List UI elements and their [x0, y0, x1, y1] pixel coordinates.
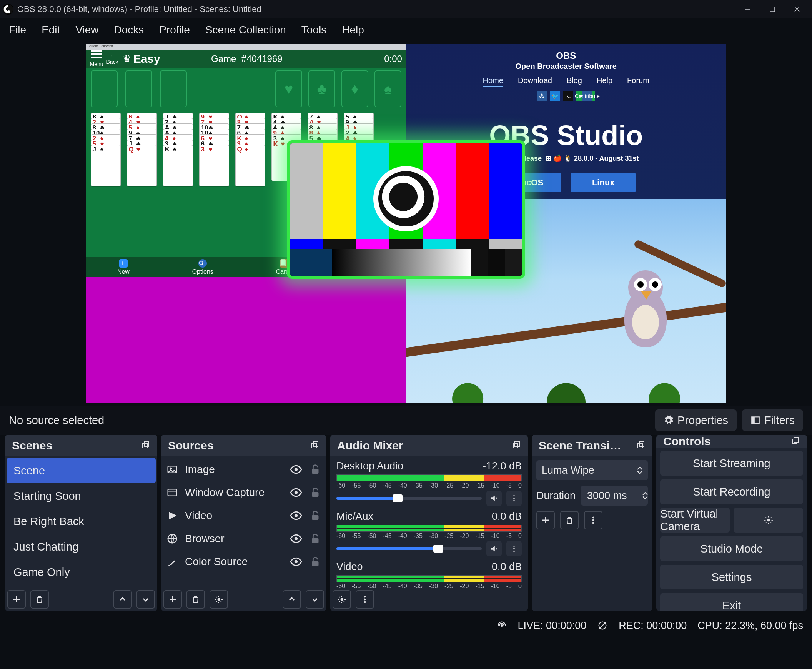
svg-point-34	[364, 601, 366, 603]
gear-icon	[664, 415, 674, 425]
docks: Scenes SceneStarting SoonBe Right BackJu…	[0, 435, 812, 615]
scene-item[interactable]: Game Only	[7, 560, 156, 585]
move-source-up-button[interactable]	[282, 590, 301, 608]
exit-button[interactable]: Exit	[660, 593, 803, 611]
scene-item[interactable]: Be Right Back	[7, 509, 156, 534]
duration-input[interactable]: 3000 ms	[581, 486, 648, 506]
scene-item[interactable]: Scene	[7, 458, 156, 483]
remove-source-button[interactable]	[187, 590, 205, 608]
source-label: Browser	[185, 533, 225, 545]
add-transition-button[interactable]	[536, 511, 555, 529]
window-maximize-button[interactable]	[760, 0, 785, 18]
svg-point-42	[767, 519, 770, 522]
transition-select[interactable]: Luma Wipe	[536, 460, 648, 480]
source-settings-button[interactable]	[210, 590, 228, 608]
popout-icon[interactable]	[512, 439, 521, 452]
app-window: OBS 28.0.0 (64-bit, windows) - Profile: …	[0, 0, 812, 669]
volume-slider[interactable]	[336, 497, 482, 500]
scenes-panel: Scenes SceneStarting SoonBe Right BackJu…	[5, 435, 157, 611]
visibility-toggle[interactable]	[289, 532, 303, 545]
lock-toggle[interactable]	[309, 486, 322, 499]
source-item[interactable]: Image	[163, 458, 325, 481]
lock-toggle[interactable]	[309, 463, 322, 476]
scene-item[interactable]: Starting Soon	[7, 483, 156, 509]
source-toolbar: No source selected Properties Filters	[0, 406, 812, 435]
remove-scene-button[interactable]	[30, 590, 49, 608]
menu-view[interactable]: View	[76, 24, 98, 36]
menu-docks[interactable]: Docks	[114, 24, 144, 36]
svg-rect-19	[312, 538, 319, 543]
source-item[interactable]: Browser	[163, 527, 325, 550]
svg-point-30	[513, 551, 515, 552]
svg-point-9	[170, 467, 172, 469]
svg-point-28	[513, 546, 515, 547]
visibility-toggle[interactable]	[289, 486, 303, 499]
channel-menu-button[interactable]	[506, 541, 522, 556]
visibility-toggle[interactable]	[289, 509, 303, 522]
filters-button[interactable]: Filters	[742, 410, 803, 431]
window-close-button[interactable]	[785, 0, 809, 18]
popout-icon[interactable]	[310, 439, 319, 452]
popout-icon[interactable]	[141, 439, 150, 452]
channel-db: 0.0 dB	[492, 561, 522, 573]
settings-button[interactable]: Settings	[660, 565, 803, 589]
window-title: OBS 28.0.0 (64-bit, windows) - Profile: …	[17, 4, 261, 14]
popout-icon[interactable]	[636, 439, 646, 452]
popout-icon[interactable]	[791, 435, 800, 448]
mixer-menu-button[interactable]	[356, 590, 374, 608]
lock-toggle[interactable]	[309, 555, 322, 568]
mute-button[interactable]	[486, 541, 502, 556]
controls-title: Controls	[663, 435, 711, 448]
source-item[interactable]: Window Capture	[163, 481, 325, 504]
color-source-magenta	[86, 277, 406, 403]
remove-transition-button[interactable]	[560, 511, 578, 529]
source-item[interactable]: Color Source	[163, 550, 325, 573]
transitions-panel: Scene Transitions Luma Wipe Duration 300…	[532, 435, 652, 611]
source-item[interactable]: Video	[163, 504, 325, 527]
start-recording-button[interactable]: Start Recording	[660, 479, 803, 504]
move-scene-up-button[interactable]	[113, 590, 132, 608]
scene-item[interactable]: Just Chatting	[7, 534, 156, 560]
visibility-toggle[interactable]	[289, 463, 303, 476]
channel-name: Video	[336, 561, 363, 573]
channel-menu-button[interactable]	[506, 491, 522, 506]
add-source-button[interactable]	[163, 590, 182, 608]
twitter-icon: 🐦	[550, 91, 560, 101]
menu-file[interactable]: File	[9, 24, 26, 36]
studio-mode-button[interactable]: Studio Mode	[660, 536, 803, 561]
start-streaming-button[interactable]: Start Streaming	[660, 451, 803, 476]
mixer-channel: Mic/Aux0.0 dB -60-55-50-45-40-35-30-25-2…	[332, 508, 526, 559]
source-label: Color Source	[185, 556, 247, 568]
volume-slider[interactable]	[336, 547, 482, 550]
svg-point-31	[341, 598, 343, 600]
window-minimize-button[interactable]	[735, 0, 760, 18]
menu-profile[interactable]: Profile	[159, 24, 190, 36]
menu-help[interactable]: Help	[342, 24, 364, 36]
transition-menu-button[interactable]	[584, 511, 602, 529]
discord-icon: 🕹	[537, 91, 547, 101]
properties-button[interactable]: Properties	[655, 410, 736, 431]
obs-logo-testcard-icon	[373, 166, 439, 232]
lock-toggle[interactable]	[309, 509, 322, 522]
lock-toggle[interactable]	[309, 532, 322, 545]
mixer-settings-button[interactable]	[333, 590, 351, 608]
start-virtual-camera-button[interactable]: Start Virtual Camera	[660, 508, 730, 533]
move-source-down-button[interactable]	[306, 590, 324, 608]
move-scene-down-button[interactable]	[136, 590, 155, 608]
level-meter	[336, 575, 522, 582]
menu-edit[interactable]: Edit	[42, 24, 60, 36]
add-scene-button[interactable]	[7, 590, 26, 608]
svg-point-13	[294, 491, 298, 494]
svg-rect-4	[143, 443, 147, 448]
mute-button[interactable]	[486, 491, 502, 506]
visibility-toggle[interactable]	[289, 555, 303, 568]
menu-scene-collection[interactable]: Scene Collection	[205, 24, 286, 36]
channel-db: -12.0 dB	[482, 460, 522, 472]
menu-tools[interactable]: Tools	[301, 24, 326, 36]
preview-area[interactable]: Solitaire Collection Menu ← Back ♛ Easy …	[0, 42, 812, 406]
source-status-text: No source selected	[9, 414, 104, 427]
virtual-camera-settings-button[interactable]	[733, 508, 803, 533]
svg-point-37	[592, 517, 594, 518]
svg-point-26	[513, 498, 515, 499]
rec-label: REC: 00:00:00	[619, 620, 687, 632]
